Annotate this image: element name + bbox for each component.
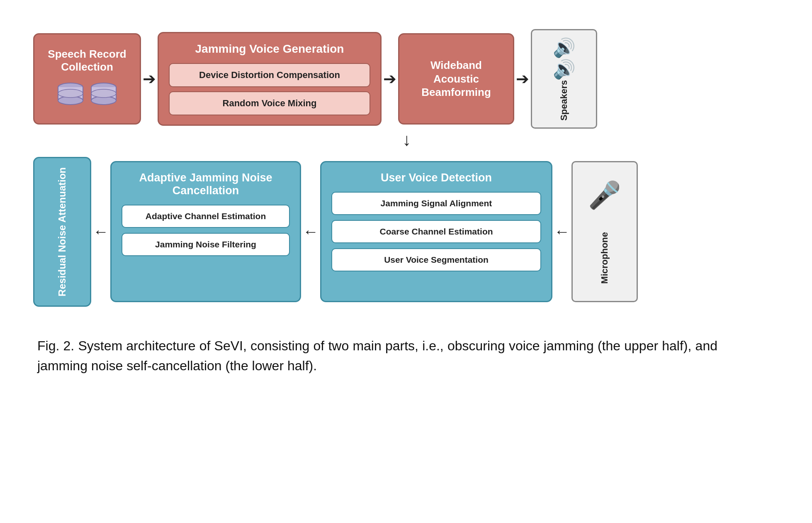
jamming-voice-gen-box: Jamming Voice Generation Device Distorti… <box>158 32 382 126</box>
top-section: Speech Record Collection <box>25 29 787 129</box>
residual-noise-box: Residual Noise Attenuation <box>33 157 91 307</box>
coarse-channel-estimation-box: Coarse Channel Estimation <box>331 220 541 243</box>
random-voice-label: Random Voice Mixing <box>223 98 317 108</box>
svg-point-11 <box>91 89 116 98</box>
adaptive-channel-label: Adaptive Channel Estimation <box>146 211 266 221</box>
user-voice-segmentation-box: User Voice Segmentation <box>331 248 541 271</box>
jamming-signal-alignment-box: Jamming Signal Alignment <box>331 192 541 215</box>
residual-noise-title: Residual Noise Attenuation <box>56 167 68 296</box>
speaker-icon-1: 🔊 <box>553 37 576 59</box>
speakers-box: 🔊 🔊 Speakers <box>531 29 597 129</box>
user-voice-segmentation-label: User Voice Segmentation <box>384 255 489 264</box>
microphone-box: 🎤 Microphone <box>571 161 638 302</box>
diagram-area: Speech Record Collection <box>25 17 787 315</box>
ajnc-title: Adaptive Jamming Noise Cancellation <box>122 171 290 197</box>
arrow-jamming-to-wideband: ➔ <box>382 70 398 88</box>
ajnc-box: Adaptive Jamming Noise Cancellation Adap… <box>110 161 301 302</box>
vertical-arrow-wrapper: ↓ <box>25 131 787 149</box>
speech-record-title: Speech Record Collection <box>46 48 128 73</box>
speech-record-box: Speech Record Collection <box>33 33 141 125</box>
spacer-for-arrow <box>33 131 402 149</box>
jamming-gen-title: Jamming Voice Generation <box>169 42 370 56</box>
uvd-title: User Voice Detection <box>331 171 541 184</box>
uvd-box: User Voice Detection Jamming Signal Alig… <box>320 161 552 302</box>
arrow-wideband-to-speakers: ➔ <box>514 70 531 88</box>
wideband-title: Wideband Acoustic Beamforming <box>411 59 501 99</box>
caption-text: Fig. 2. System architecture of SeVI, con… <box>37 338 717 373</box>
random-voice-mixing-box: Random Voice Mixing <box>169 91 370 115</box>
bottom-section: Residual Noise Attenuation ← Adaptive Ja… <box>25 157 787 307</box>
device-distortion-box: Device Distortion Compensation <box>169 63 370 87</box>
arrow-speech-to-jamming: ➔ <box>141 70 158 88</box>
microphone-label: Microphone <box>599 232 610 284</box>
arrow-uvd-to-ajnc: ← <box>301 223 320 241</box>
jamming-noise-filtering-box: Jamming Noise Filtering <box>122 233 290 256</box>
svg-point-5 <box>58 89 83 98</box>
speaker-icon-2: 🔊 <box>553 59 576 80</box>
db-icon-1 <box>56 81 85 110</box>
arrow-ajnc-to-residual: ← <box>91 223 110 241</box>
jamming-noise-filtering-label: Jamming Noise Filtering <box>155 240 256 249</box>
coarse-channel-estimation-label: Coarse Channel Estimation <box>379 227 493 236</box>
db-icon-2 <box>89 81 118 110</box>
arrow-mic-to-uvd: ← <box>552 223 571 241</box>
microphone-icon: 🎤 <box>588 180 621 211</box>
wideband-box: Wideband Acoustic Beamforming <box>398 33 514 125</box>
jamming-signal-alignment-label: Jamming Signal Alignment <box>381 198 492 208</box>
arrow-down-between-rows: ↓ <box>402 131 411 149</box>
database-icons <box>56 81 118 110</box>
adaptive-channel-box: Adaptive Channel Estimation <box>122 205 290 228</box>
device-distortion-label: Device Distortion Compensation <box>199 70 340 80</box>
figure-caption: Fig. 2. System architecture of SeVI, con… <box>25 336 730 376</box>
speakers-label: Speakers <box>559 80 569 121</box>
